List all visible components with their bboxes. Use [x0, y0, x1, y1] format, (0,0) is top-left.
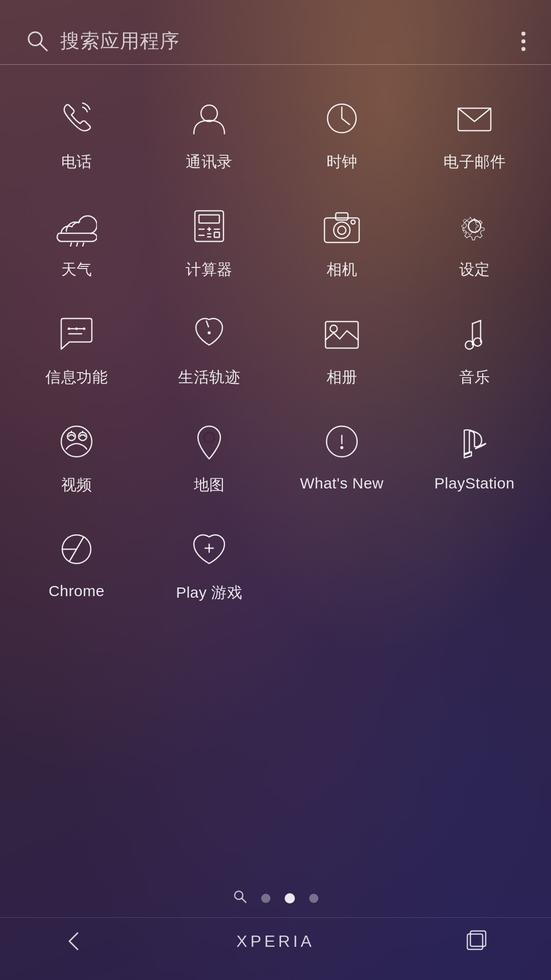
svg-rect-9 [199, 215, 219, 223]
svg-line-35 [472, 321, 481, 324]
app-phone[interactable]: 电话 [10, 95, 143, 173]
page-dot-1[interactable] [261, 894, 270, 903]
svg-point-32 [330, 325, 337, 332]
lifelog-icon [186, 311, 232, 357]
search-input[interactable]: 搜索应用程序 [60, 28, 521, 54]
app-clock[interactable]: 时钟 [276, 95, 408, 173]
email-label: 电子邮件 [443, 152, 506, 173]
svg-point-19 [334, 222, 350, 238]
playstation-label: PlayStation [434, 475, 514, 492]
settings-icon [452, 203, 497, 249]
svg-point-20 [338, 226, 346, 234]
video-icon [54, 419, 99, 464]
svg-line-55 [242, 898, 246, 902]
music-icon [452, 311, 497, 357]
camera-icon [319, 203, 365, 249]
settings-label: 设定 [459, 259, 490, 280]
app-email[interactable]: 电子邮件 [408, 95, 541, 173]
page-indicator [0, 874, 551, 917]
playgames-icon [186, 526, 232, 572]
weather-label: 天气 [61, 259, 92, 280]
app-music[interactable]: 音乐 [408, 311, 541, 388]
music-label: 音乐 [459, 367, 490, 388]
svg-line-50 [77, 537, 84, 549]
app-messages[interactable]: 信息功能 [10, 311, 143, 388]
calculator-label: 计算器 [186, 259, 233, 280]
svg-rect-56 [467, 934, 483, 949]
svg-point-30 [208, 331, 211, 334]
app-maps[interactable]: 地图 [143, 419, 276, 496]
svg-line-7 [83, 243, 84, 247]
album-label: 相册 [327, 367, 358, 388]
app-playstation[interactable]: PlayStation [408, 419, 541, 496]
svg-rect-17 [214, 232, 219, 237]
messages-label: 信息功能 [45, 367, 108, 388]
phone-icon [54, 95, 99, 141]
camera-label: 相机 [327, 259, 358, 280]
playgames-label: Play 游戏 [176, 582, 242, 603]
clock-icon [319, 95, 365, 141]
app-grid: 电话 通讯录 时钟 [0, 65, 551, 874]
svg-line-1 [40, 44, 47, 51]
app-playgames[interactable]: Play 游戏 [143, 526, 276, 603]
app-chrome[interactable]: Chrome [10, 526, 143, 603]
maps-label: 地图 [194, 475, 225, 496]
svg-point-28 [83, 328, 86, 330]
svg-point-38 [61, 426, 92, 457]
svg-line-29 [207, 321, 209, 327]
search-icon [26, 29, 48, 54]
app-contacts[interactable]: 通讯录 [143, 95, 276, 173]
svg-point-46 [340, 446, 343, 449]
contacts-label: 通讯录 [186, 152, 233, 173]
whatsnew-icon [319, 419, 365, 464]
more-options-icon[interactable] [521, 32, 525, 51]
calculator-icon [186, 203, 232, 249]
app-video[interactable]: 视频 [10, 419, 143, 496]
search-bar: 搜索应用程序 [0, 0, 551, 65]
messages-icon [54, 311, 99, 357]
svg-point-2 [201, 105, 217, 121]
chrome-icon [54, 526, 99, 572]
app-lifelog[interactable]: 生活轨迹 [143, 311, 276, 388]
app-album[interactable]: 相册 [276, 311, 408, 388]
svg-line-51 [69, 549, 77, 561]
recent-apps-button[interactable] [463, 928, 490, 954]
back-button[interactable] [61, 928, 88, 954]
app-camera[interactable]: 相机 [276, 203, 408, 280]
svg-rect-57 [470, 931, 486, 946]
email-icon [452, 95, 497, 141]
svg-point-22 [351, 220, 355, 224]
app-calculator[interactable]: 计算器 [143, 203, 276, 280]
page-dot-2[interactable] [285, 893, 295, 903]
svg-line-6 [77, 243, 78, 247]
maps-icon [186, 419, 232, 464]
album-icon [319, 311, 365, 357]
svg-point-26 [68, 328, 70, 330]
playstation-icon [452, 419, 497, 464]
app-settings[interactable]: 设定 [408, 203, 541, 280]
phone-label: 电话 [61, 152, 92, 173]
weather-icon [54, 203, 99, 249]
system-navigation: XPERIA [0, 917, 551, 980]
svg-line-5 [70, 243, 71, 247]
lifelog-label: 生活轨迹 [178, 367, 240, 388]
chrome-label: Chrome [48, 582, 105, 600]
xperia-brand: XPERIA [236, 932, 314, 951]
svg-point-27 [76, 328, 78, 330]
search-nav-icon[interactable] [233, 889, 247, 907]
clock-label: 时钟 [327, 152, 358, 173]
whatsnew-label: What's New [300, 475, 384, 492]
app-whatsnew[interactable]: What's New [276, 419, 408, 496]
page-dot-3[interactable] [309, 894, 318, 903]
app-weather[interactable]: 天气 [10, 203, 143, 280]
svg-rect-21 [336, 213, 348, 220]
contacts-icon [186, 95, 232, 141]
video-label: 视频 [61, 475, 92, 496]
svg-point-43 [204, 432, 214, 443]
